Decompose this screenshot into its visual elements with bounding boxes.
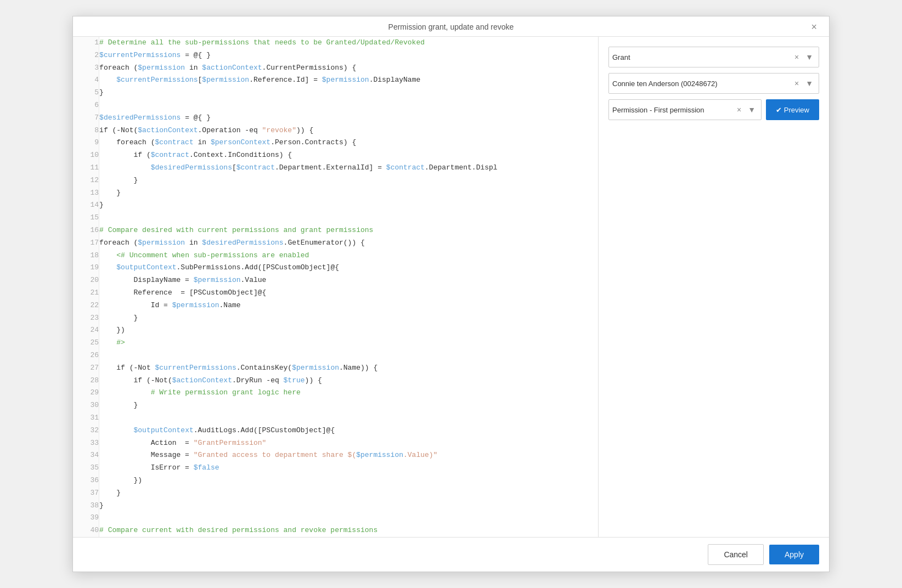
line-number: 31: [73, 412, 99, 425]
user-value: Connie ten Anderson (00248672): [612, 80, 792, 88]
operation-field-icons: × ▼: [792, 52, 815, 63]
code-line: }): [99, 474, 598, 487]
table-row: 30 }: [73, 399, 598, 412]
code-line: $currentPermissions = @{ }: [99, 49, 598, 62]
code-line: $desiredPermissions = @{ }: [99, 112, 598, 125]
table-row: 22 Id = $permission.Name: [73, 299, 598, 312]
line-number: 34: [73, 449, 99, 462]
table-row: 10 if ($contract.Context.InConditions) {: [73, 149, 598, 162]
line-number: 29: [73, 387, 99, 399]
code-line: $currentPermissions[$permission.Referenc…: [99, 74, 598, 87]
permission-field-icons: × ▼: [735, 104, 758, 115]
table-row: 28 if (-Not($actionContext.DryRun -eq $t…: [73, 375, 598, 387]
line-number: 35: [73, 462, 99, 474]
table-row: 12 }: [73, 174, 598, 187]
line-number: 17: [73, 237, 99, 250]
code-line: [99, 99, 598, 112]
line-number: 27: [73, 362, 99, 375]
code-line: }: [99, 199, 598, 212]
line-number: 3: [73, 62, 99, 75]
code-line: $outputContext.SubPermissions.Add([PSCus…: [99, 262, 598, 274]
permission-value: Permission - First permission: [612, 106, 735, 114]
user-field-icons: × ▼: [792, 78, 815, 89]
code-line: foreach ($permission in $desiredPermissi…: [99, 237, 598, 250]
code-line: Message = "Granted access to department …: [99, 449, 598, 462]
line-number: 21: [73, 287, 99, 299]
line-number: 6: [73, 99, 99, 112]
code-panel[interactable]: 1# Determine all the sub-permissions tha…: [73, 37, 599, 537]
line-number: 1: [73, 37, 99, 49]
preview-button[interactable]: ✔ Preview: [766, 99, 819, 120]
table-row: 33 Action = "GrantPermission": [73, 437, 598, 450]
line-number: 37: [73, 487, 99, 500]
user-clear-button[interactable]: ×: [792, 78, 801, 89]
line-number: 4: [73, 74, 99, 87]
table-row: 14}: [73, 199, 598, 212]
table-row: 36 }): [73, 474, 598, 487]
line-number: 15: [73, 212, 99, 224]
table-row: 29 # Write permission grant logic here: [73, 387, 598, 399]
permission-field[interactable]: Permission - First permission × ▼: [608, 99, 762, 120]
table-row: 21 Reference = [PSCustomObject]@{: [73, 287, 598, 299]
permission-clear-button[interactable]: ×: [735, 104, 743, 115]
dialog: Permission grant, update and revoke × 1#…: [72, 16, 830, 572]
user-field[interactable]: Connie ten Anderson (00248672) × ▼: [608, 73, 819, 94]
code-line: foreach ($contract in $personContext.Per…: [99, 137, 598, 149]
user-dropdown-button[interactable]: ▼: [803, 78, 815, 89]
line-number: 25: [73, 337, 99, 349]
table-row: 1# Determine all the sub-permissions tha…: [73, 37, 598, 49]
code-line: # Write permission grant logic here: [99, 387, 598, 399]
line-number: 30: [73, 399, 99, 412]
code-line: # Compare desired with current permissio…: [99, 224, 598, 237]
line-number: 10: [73, 149, 99, 162]
line-number: 20: [73, 274, 99, 287]
code-line: [99, 412, 598, 425]
code-line: $desiredPermissions[$contract.Department…: [99, 162, 598, 174]
table-row: 11 $desiredPermissions[$contract.Departm…: [73, 162, 598, 174]
code-line: [99, 212, 598, 224]
table-row: 34 Message = "Granted access to departme…: [73, 449, 598, 462]
operation-dropdown-button[interactable]: ▼: [803, 52, 815, 63]
apply-button[interactable]: Apply: [769, 545, 819, 564]
operation-clear-button[interactable]: ×: [792, 52, 801, 63]
code-line: }: [99, 187, 598, 200]
line-number: 12: [73, 174, 99, 187]
table-row: 27 if (-Not $currentPermissions.Contains…: [73, 362, 598, 375]
table-row: 17foreach ($permission in $desiredPermis…: [73, 237, 598, 250]
code-line: #>: [99, 337, 598, 349]
table-row: 40# Compare current with desired permiss…: [73, 524, 598, 537]
operation-field[interactable]: Grant × ▼: [608, 47, 819, 67]
table-row: 24 }): [73, 324, 598, 337]
permission-dropdown-button[interactable]: ▼: [746, 104, 758, 115]
code-line: }: [99, 87, 598, 99]
table-row: 20 DisplayName = $permission.Value: [73, 274, 598, 287]
line-number: 28: [73, 375, 99, 387]
code-line: <# Uncomment when sub-permissions are en…: [99, 250, 598, 262]
close-button[interactable]: ×: [809, 22, 819, 32]
line-number: 24: [73, 324, 99, 337]
table-row: 13 }: [73, 187, 598, 200]
line-number: 18: [73, 250, 99, 262]
table-row: 16# Compare desired with current permiss…: [73, 224, 598, 237]
permission-row: Permission - First permission × ▼ ✔ Prev…: [608, 99, 819, 120]
code-line: }): [99, 324, 598, 337]
table-row: 9 foreach ($contract in $personContext.P…: [73, 137, 598, 149]
cancel-button[interactable]: Cancel: [708, 544, 764, 565]
table-row: 23 }: [73, 312, 598, 325]
line-number: 19: [73, 262, 99, 274]
code-line: [99, 349, 598, 362]
line-number: 22: [73, 299, 99, 312]
table-row: 2$currentPermissions = @{ }: [73, 49, 598, 62]
line-number: 39: [73, 512, 99, 524]
table-row: 39: [73, 512, 598, 524]
code-line: Reference = [PSCustomObject]@{: [99, 287, 598, 299]
code-line: }: [99, 174, 598, 187]
code-line: }: [99, 399, 598, 412]
table-row: 19 $outputContext.SubPermissions.Add([PS…: [73, 262, 598, 274]
line-number: 38: [73, 500, 99, 512]
code-line: # Compare current with desired permissio…: [99, 524, 598, 537]
line-number: 14: [73, 199, 99, 212]
code-line: }: [99, 487, 598, 500]
code-line: }: [99, 312, 598, 325]
code-line: # Determine all the sub-permissions that…: [99, 37, 598, 49]
